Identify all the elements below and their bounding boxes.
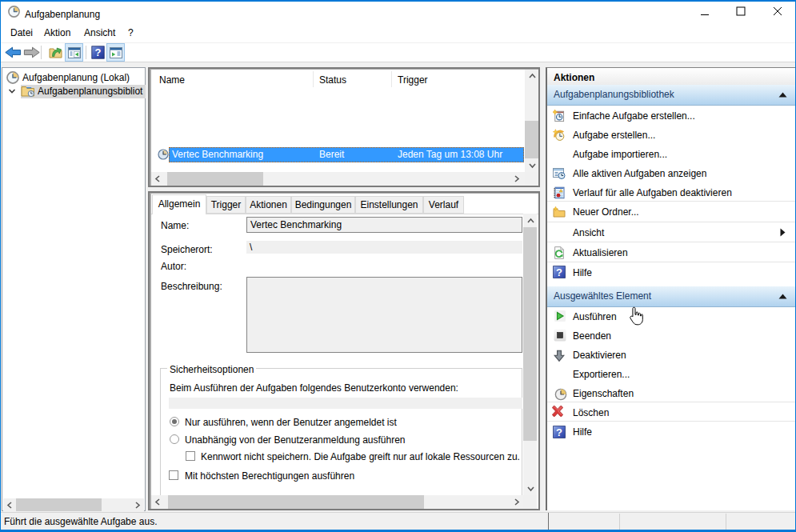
svg-text:?: ? (95, 46, 102, 58)
svg-text:?: ? (556, 426, 562, 438)
svg-text:?: ? (556, 266, 562, 278)
